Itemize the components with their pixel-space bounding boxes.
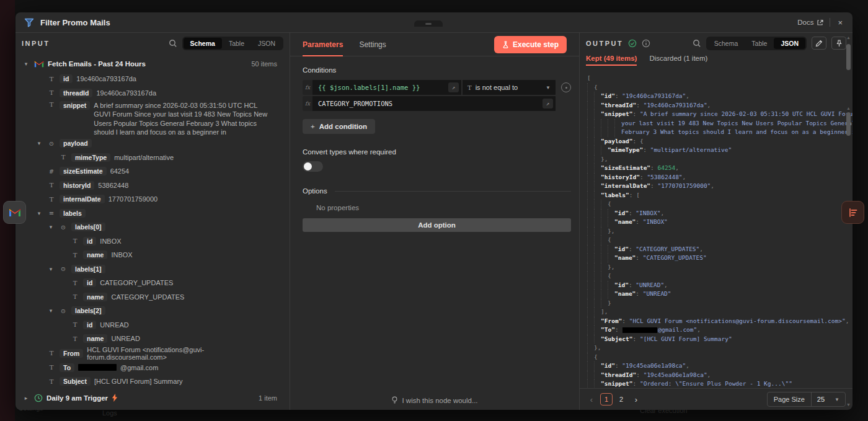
prev-page-icon[interactable]: ‹ <box>587 395 596 404</box>
condition-right-input[interactable]: CATEGORY_PROMOTIONS ↗ <box>312 96 556 111</box>
indent-guide <box>594 236 601 245</box>
result-tab-1[interactable]: Discarded (1 item) <box>649 55 707 66</box>
type-icon-T: T <box>71 252 79 259</box>
tree-key[interactable]: id <box>83 321 96 329</box>
tree-key[interactable]: threadId <box>60 89 92 97</box>
tree-value: INBOX <box>100 237 121 245</box>
pin-data-button[interactable] <box>831 37 846 50</box>
chevron-icon[interactable]: ▾ <box>46 224 55 230</box>
tree-key[interactable]: name <box>83 293 107 301</box>
open-expression-editor-icon[interactable]: ↗ <box>448 82 459 92</box>
tree-key[interactable]: labels[1] <box>71 265 105 273</box>
tree-node[interactable]: ▸Daily 9 am Trigger1 item <box>16 390 280 406</box>
chevron-icon[interactable]: ▾ <box>46 308 55 314</box>
convert-types-toggle[interactable] <box>303 161 323 172</box>
tree-row[interactable]: TinternalDate1770701759000 <box>16 192 280 206</box>
next-page-icon[interactable]: › <box>631 395 641 404</box>
chevron-icon[interactable]: ▾ <box>35 140 43 146</box>
node-drag-handle[interactable] <box>414 20 443 27</box>
tree-key[interactable]: labels[0] <box>71 223 105 231</box>
tree-node[interactable]: ▾Fetch Emails - Past 24 Hours50 items <box>16 56 280 72</box>
add-option-button[interactable]: Add option <box>303 218 571 232</box>
chevron-icon[interactable]: ▾ <box>35 210 43 216</box>
tree-row[interactable]: ▾⊙labels[2] <box>16 304 280 318</box>
output-scrollbar[interactable]: ▲ ▼ <box>846 106 851 407</box>
tree-row[interactable]: TsnippetA brief summary since 2026-02-03… <box>16 100 280 136</box>
tree-row[interactable]: TnameUNREAD <box>16 332 280 346</box>
tree-row[interactable]: ▾⊙labels[0] <box>16 220 280 234</box>
json-token: "threadId" <box>601 101 636 110</box>
wish-node-button[interactable]: I wish this node would... <box>290 396 579 404</box>
json-line: "snippet": "A brief summary since 2026-0… <box>587 110 843 119</box>
tree-key[interactable]: internalDate <box>60 195 105 203</box>
tree-row[interactable]: TidINBOX <box>16 234 280 249</box>
close-icon[interactable]: × <box>836 18 844 27</box>
tree-key[interactable]: From <box>60 349 83 358</box>
tree-row[interactable]: Tid19c460ca793167da <box>16 72 280 86</box>
condition-left-input[interactable]: {{ $json.labels[1].name }} ↗ <box>312 80 461 95</box>
input-node-stub[interactable] <box>3 201 26 224</box>
tree-key[interactable]: id <box>60 74 73 83</box>
tree-row[interactable]: #sizeEstimate64254 <box>16 164 280 179</box>
tree-row[interactable]: TSubject[HCL GUVI Forum] Summary <box>16 374 280 389</box>
indent-guide <box>594 308 601 317</box>
type-icon-T: T <box>59 154 68 161</box>
output-tab-json[interactable]: JSON <box>774 38 805 49</box>
tree-key[interactable]: To <box>60 363 74 372</box>
tree-row[interactable]: ThistoryId53862448 <box>16 179 280 193</box>
chevron-icon[interactable]: ▸ <box>22 395 30 401</box>
condition-options-icon[interactable] <box>561 82 571 92</box>
tab-parameters[interactable]: Parameters <box>303 33 343 56</box>
json-line: { <box>587 236 843 245</box>
page-size-label: Page Size <box>768 392 812 406</box>
add-condition-button[interactable]: + Add condition <box>303 119 375 134</box>
page-button-2[interactable]: 2 <box>615 393 627 405</box>
tree-key[interactable]: name <box>83 250 107 259</box>
tree-key[interactable]: sizeEstimate <box>60 167 107 175</box>
tree-row[interactable]: ▾⊙labels[1] <box>16 262 280 277</box>
output-node-stub[interactable] <box>841 201 864 224</box>
input-tab-json[interactable]: JSON <box>251 38 282 49</box>
tree-key[interactable]: mimeType <box>71 153 110 162</box>
tree-row[interactable]: ▾⊙payload <box>16 136 280 151</box>
condition-operator-select[interactable]: T is not equal to ▼ <box>463 80 556 95</box>
tree-row[interactable]: TidCATEGORY_UPDATES <box>16 276 280 290</box>
tree-key[interactable]: payload <box>60 139 92 148</box>
output-tab-schema[interactable]: Schema <box>707 38 745 49</box>
tree-row[interactable]: TidUNREAD <box>16 318 280 332</box>
info-icon[interactable] <box>642 39 650 48</box>
tree-key[interactable]: id <box>83 278 96 287</box>
chevron-icon[interactable]: ▾ <box>22 61 30 67</box>
tree-key[interactable]: labels[2] <box>71 306 105 315</box>
page-button-1[interactable]: 1 <box>600 393 613 405</box>
json-token: : <box>615 361 622 371</box>
tree-row[interactable]: TmimeTypemultipart/alternative <box>16 151 280 165</box>
tree-row[interactable]: TthreadId19c460ca793167da <box>16 86 280 100</box>
input-tab-schema[interactable]: Schema <box>184 38 222 49</box>
json-token: }, <box>601 155 608 164</box>
page-size-select[interactable]: 25 ▼ <box>812 392 845 406</box>
result-tab-0[interactable]: Kept (49 items) <box>586 55 637 66</box>
tree-row[interactable]: TFromHCL GUVI Forum <notifications@guvi-… <box>16 346 280 361</box>
tree-key[interactable]: historyId <box>60 181 94 190</box>
tree-row[interactable]: ▾≡labels <box>16 206 280 221</box>
tab-settings[interactable]: Settings <box>359 33 386 56</box>
execute-step-button[interactable]: Execute step <box>494 36 567 53</box>
tree-row[interactable]: TnameCATEGORY_UPDATES <box>16 290 280 304</box>
output-search-icon[interactable] <box>693 39 701 48</box>
tree-key[interactable]: name <box>83 334 107 343</box>
type-icon-T: T <box>47 182 56 188</box>
docs-link[interactable]: Docs <box>797 19 823 26</box>
input-tab-table[interactable]: Table <box>222 38 251 49</box>
tree-row[interactable]: TnameINBOX <box>16 248 280 262</box>
tree-key[interactable]: labels <box>60 209 86 218</box>
tree-key[interactable]: snippet <box>60 101 90 110</box>
input-search-icon[interactable] <box>169 39 177 48</box>
chevron-icon[interactable]: ▾ <box>46 266 55 272</box>
edit-output-button[interactable] <box>812 37 826 50</box>
tree-row[interactable]: TTo@gmail.com <box>16 361 280 375</box>
open-expression-editor-icon[interactable]: ↗ <box>542 99 553 109</box>
output-tab-table[interactable]: Table <box>745 38 774 49</box>
tree-key[interactable]: Subject <box>60 377 91 386</box>
tree-key[interactable]: id <box>83 237 96 246</box>
